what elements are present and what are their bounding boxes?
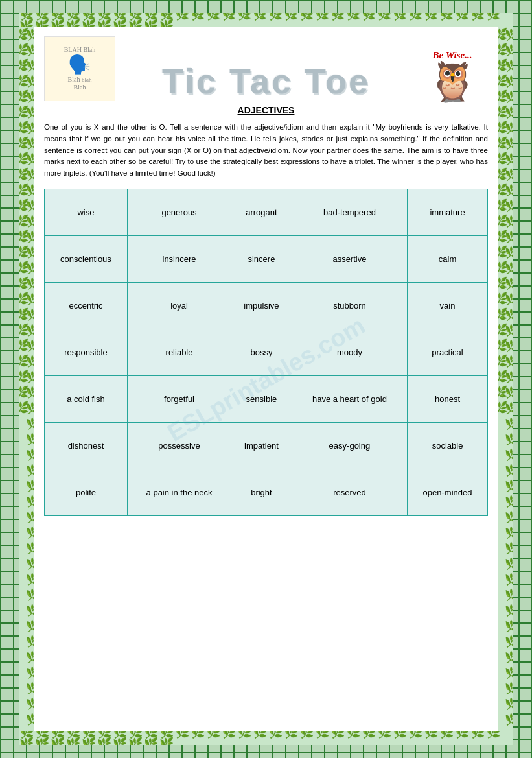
subtitle: ADJECTIVES: [44, 105, 488, 115]
grid-cell: reliable: [127, 329, 231, 376]
grid-cell: loyal: [127, 283, 231, 329]
main-title: Tic Tac Toe: [122, 61, 410, 101]
grid-cell: generous: [127, 189, 231, 236]
grid-cell: a cold fish: [45, 376, 128, 423]
grid-cell: easy-going: [292, 423, 407, 469]
grid-cell: polite: [45, 469, 128, 516]
owl-area: Be Wise... 🦉: [417, 50, 488, 101]
grid-cell: sincere: [231, 236, 292, 283]
grid-cell: bright: [231, 469, 292, 516]
instructions-text: One of you is X and the other is O. Tell…: [44, 122, 488, 180]
grid-cell: possessive: [127, 423, 231, 469]
grid-cell: arrogant: [231, 189, 292, 236]
title-area: Tic Tac Toe: [115, 61, 417, 101]
grid-cell: dishonest: [45, 423, 128, 469]
grid-cell: bad-tempered: [292, 189, 407, 236]
grid-cell: sociable: [408, 423, 488, 469]
grid-cell: eccentric: [45, 283, 128, 329]
grid-cell: conscientious: [45, 236, 128, 283]
grid-cell: responsible: [45, 329, 128, 376]
border-right: 🌿🌿🌿🌿🌿🌿🌿🌿🌿🌿🌿🌿🌿🌿🌿🌿🌿🌿🌿🌿🌿🌿🌿🌿🌿🌿🌿🌿🌿🌿🌿🌿🌿🌿🌿🌿🌿🌿🌿🌿…: [498, 27, 513, 731]
grid-cell: impulsive: [231, 283, 292, 329]
owl-illustration: 🦉: [428, 62, 477, 101]
adjectives-grid: wisegenerousarrogantbad-temperedimmature…: [44, 189, 488, 516]
be-wise-label: Be Wise...: [433, 50, 472, 61]
border-top: 🌿🌿🌿🌿🌿🌿🌿🌿🌿🌿🌿🌿🌿🌿🌿🌿🌿🌿🌿🌿🌿🌿🌿🌿🌿🌿🌿🌿🌿🌿🌿🌿🌿🌿🌿🌿🌿🌿🌿🌿…: [19, 13, 513, 27]
grid-cell: sensible: [231, 376, 292, 423]
grid-cell: practical: [408, 329, 488, 376]
grid-cell: stubborn: [292, 283, 407, 329]
border-bottom: 🌿🌿🌿🌿🌿🌿🌿🌿🌿🌿🌿🌿🌿🌿🌿🌿🌿🌿🌿🌿🌿🌿🌿🌿🌿🌿🌿🌿🌿🌿🌿🌿🌿🌿🌿🌿🌿🌿🌿🌿…: [19, 731, 513, 745]
grid-cell: wise: [45, 189, 128, 236]
grid-cell: vain: [408, 283, 488, 329]
person-illustration: BLAH Blah 🗣️ Blah blah Blah: [44, 36, 115, 101]
grid-cell: have a heart of gold: [292, 376, 407, 423]
grid-cell: honest: [408, 376, 488, 423]
grid-cell: assertive: [292, 236, 407, 283]
header: BLAH Blah 🗣️ Blah blah Blah Tic Tac Toe …: [44, 36, 488, 101]
border-left: 🌿🌿🌿🌿🌿🌿🌿🌿🌿🌿🌿🌿🌿🌿🌿🌿🌿🌿🌿🌿🌿🌿🌿🌿🌿🌿🌿🌿🌿🌿🌿🌿🌿🌿🌿🌿🌿🌿🌿🌿…: [19, 27, 34, 731]
grid-cell: calm: [408, 236, 488, 283]
grid-cell: reserved: [292, 469, 407, 516]
grid-cell: a pain in the neck: [127, 469, 231, 516]
grid-cell: impatient: [231, 423, 292, 469]
grid-cell: insincere: [127, 236, 231, 283]
grid-cell: immature: [408, 189, 488, 236]
grid-cell: bossy: [231, 329, 292, 376]
grid-cell: moody: [292, 329, 407, 376]
grid-cell: forgetful: [127, 376, 231, 423]
grid-cell: open-minded: [408, 469, 488, 516]
